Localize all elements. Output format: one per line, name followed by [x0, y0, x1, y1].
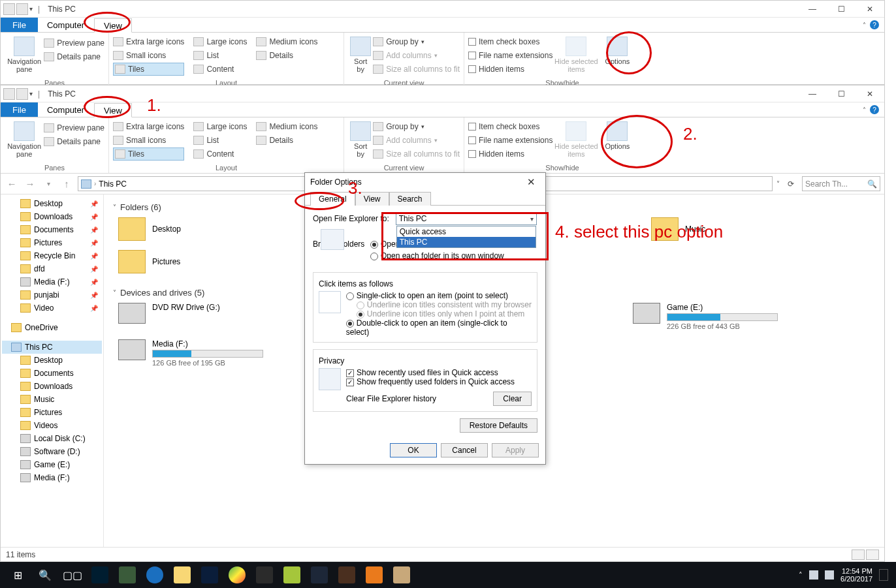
- recent-locations-icon[interactable]: ▾: [41, 177, 56, 191]
- tab-file[interactable]: File: [1, 102, 38, 117]
- help-icon[interactable]: ?: [870, 20, 879, 29]
- nav-item[interactable]: This PC: [2, 341, 102, 354]
- taskbar[interactable]: ⊞ 🔍 ▢▢ ˄ 12:54 PM 6/20/2017: [0, 562, 896, 588]
- layout-medium[interactable]: Medium icons: [256, 120, 317, 133]
- qat-dropdown-icon[interactable]: ▾: [29, 90, 33, 97]
- combo-option-this-pc[interactable]: This PC: [397, 237, 536, 247]
- hidden-items[interactable]: Hidden items: [468, 63, 552, 76]
- tab-view[interactable]: View: [94, 103, 132, 117]
- options-button[interactable]: Options: [600, 34, 635, 76]
- taskbar-app-store[interactable]: [251, 564, 278, 586]
- tray-chevron-icon[interactable]: ˄: [799, 571, 803, 580]
- layout-details[interactable]: Details: [256, 134, 317, 147]
- address-dropdown-icon[interactable]: ˅: [776, 180, 780, 187]
- search-button[interactable]: 🔍: [31, 564, 59, 586]
- navigation-pane-button[interactable]: Navigation pane: [5, 119, 44, 161]
- drive-tile-game[interactable]: Game (E:) 226 GB free of 443 GB: [633, 303, 793, 330]
- item-checkboxes[interactable]: Item check boxes: [468, 120, 552, 133]
- double-click-radio[interactable]: Double-click to open an item (single-cli…: [346, 318, 532, 337]
- tray-network-icon[interactable]: [809, 570, 818, 580]
- file-name-extensions[interactable]: File name extensions: [468, 134, 552, 147]
- navigation-pane-button[interactable]: Navigation pane: [5, 34, 44, 76]
- layout-large[interactable]: Large icons: [193, 35, 247, 48]
- taskbar-app-edge[interactable]: [141, 564, 168, 586]
- nav-item[interactable]: Game (E:): [2, 458, 102, 471]
- maximize-button[interactable]: ☐: [827, 1, 856, 18]
- maximize-button[interactable]: ☐: [827, 85, 856, 102]
- nav-item[interactable]: Local Disk (C:): [2, 432, 102, 445]
- group-by[interactable]: Group by▾: [373, 35, 460, 48]
- options-button[interactable]: Options: [600, 119, 635, 161]
- layout-extra-large[interactable]: Extra large icons: [113, 120, 184, 133]
- preview-pane[interactable]: Preview pane: [44, 121, 104, 134]
- browse-own-radio[interactable]: Open each folder in its own window: [370, 251, 512, 263]
- ok-button[interactable]: OK: [390, 443, 437, 457]
- taskbar-app-explorer[interactable]: [168, 564, 196, 586]
- view-large-button[interactable]: [866, 549, 879, 560]
- details-pane[interactable]: Details pane: [44, 135, 104, 148]
- tray-volume-icon[interactable]: [825, 570, 834, 580]
- view-details-button[interactable]: [852, 549, 865, 560]
- taskbar-app-3[interactable]: [306, 564, 333, 586]
- taskbar-app-chrome[interactable]: [223, 564, 251, 586]
- nav-item[interactable]: Software (D:): [2, 445, 102, 458]
- nav-item[interactable]: Media (F:)📌: [2, 275, 102, 288]
- nav-item[interactable]: Videos: [2, 419, 102, 432]
- details-pane[interactable]: Details pane: [44, 50, 104, 63]
- preview-pane[interactable]: Preview pane: [44, 37, 104, 50]
- nav-item[interactable]: Downloads📌: [2, 210, 102, 223]
- nav-pane[interactable]: Desktop📌Downloads📌Documents📌Pictures📌Rec…: [1, 194, 104, 547]
- back-button[interactable]: ←: [5, 177, 19, 191]
- taskbar-app-ps[interactable]: [86, 564, 114, 586]
- layout-list[interactable]: List: [193, 49, 247, 62]
- nav-item[interactable]: Media (F:): [2, 471, 102, 484]
- start-button[interactable]: ⊞: [4, 564, 31, 586]
- nav-item[interactable]: Documents📌: [2, 223, 102, 236]
- tab-view[interactable]: View: [94, 18, 132, 33]
- layout-tiles[interactable]: Tiles: [113, 147, 184, 161]
- nav-item[interactable]: Desktop📌: [2, 197, 102, 210]
- folder-tile-pictures[interactable]: Pictures: [118, 250, 275, 273]
- layout-content[interactable]: Content: [193, 147, 247, 161]
- clear-button[interactable]: Clear: [493, 392, 532, 406]
- drive-tile-media[interactable]: Media (F:) 126 GB free of 195 GB: [118, 339, 279, 367]
- nav-item[interactable]: Music: [2, 393, 102, 406]
- help-icon[interactable]: ?: [870, 105, 879, 114]
- drive-tile-dvd[interactable]: DVD RW Drive (G:): [118, 303, 279, 330]
- taskbar-app-2[interactable]: [196, 564, 223, 586]
- taskbar-app-paint[interactable]: [388, 564, 415, 586]
- qat-icon[interactable]: [16, 88, 28, 100]
- qat-icon[interactable]: [16, 3, 28, 15]
- cancel-button[interactable]: Cancel: [441, 443, 488, 457]
- layout-large[interactable]: Large icons: [193, 120, 247, 133]
- search-box[interactable]: Search Th... 🔍: [802, 176, 880, 191]
- open-explorer-combo[interactable]: This PC Quick access This PC: [396, 212, 537, 225]
- tray-clock[interactable]: 12:54 PM 6/20/2017: [840, 567, 872, 583]
- nav-item[interactable]: Recycle Bin📌: [2, 249, 102, 262]
- taskbar-app-1[interactable]: [114, 564, 141, 586]
- collapse-ribbon-icon[interactable]: ˄: [863, 106, 866, 114]
- notifications-button[interactable]: [879, 569, 888, 581]
- nav-item[interactable]: Documents: [2, 367, 102, 380]
- taskbar-app-vlc[interactable]: [360, 564, 388, 586]
- tab-file[interactable]: File: [1, 18, 38, 32]
- refresh-button[interactable]: ⟳: [784, 177, 798, 191]
- taskbar-app-4[interactable]: [333, 564, 360, 586]
- collapse-ribbon-icon[interactable]: ˄: [863, 22, 866, 29]
- tab-view-dlg[interactable]: View: [355, 192, 389, 206]
- tab-search[interactable]: Search: [389, 192, 431, 206]
- hidden-items[interactable]: Hidden items: [468, 147, 552, 161]
- layout-small[interactable]: Small icons: [113, 134, 184, 147]
- single-click-radio[interactable]: Single-click to open an item (point to s…: [346, 291, 532, 300]
- tab-general[interactable]: General: [310, 192, 355, 206]
- tab-computer[interactable]: Computer: [38, 18, 94, 32]
- nav-item[interactable]: OneDrive: [2, 321, 102, 334]
- task-view-button[interactable]: ▢▢: [59, 564, 86, 586]
- nav-item[interactable]: Pictures📌: [2, 236, 102, 249]
- sort-by-button[interactable]: Sort by: [348, 119, 373, 161]
- nav-item[interactable]: Pictures: [2, 406, 102, 419]
- privacy-folders-check[interactable]: Show frequently used folders in Quick ac…: [346, 377, 532, 386]
- restore-defaults-button[interactable]: Restore Defaults: [460, 418, 537, 433]
- nav-item[interactable]: punjabi📌: [2, 288, 102, 302]
- group-by[interactable]: Group by▾: [373, 120, 460, 133]
